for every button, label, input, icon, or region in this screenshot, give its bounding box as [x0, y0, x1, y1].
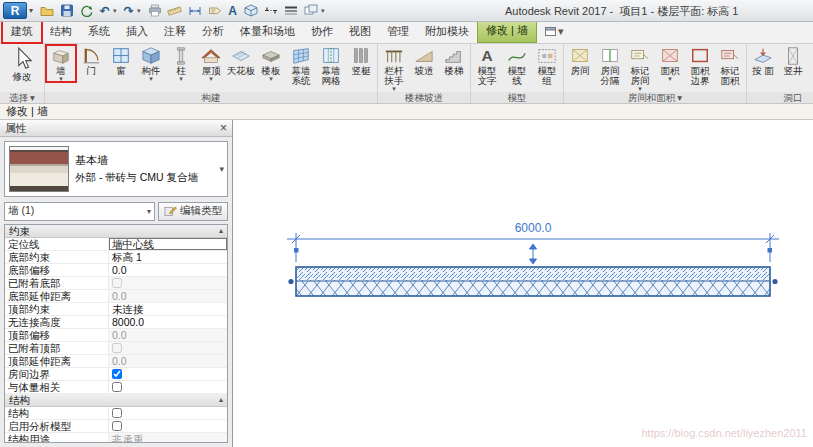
temp-dimension-value[interactable]: 6000.0 [515, 221, 552, 235]
selected-wall-element[interactable] [296, 267, 770, 296]
prop-group-structural[interactable]: 结构 ▴ [5, 394, 227, 407]
prop-row-top-extension[interactable]: 顶部延伸距离 0.0 [5, 355, 227, 368]
tag-area-tool[interactable]: 标记 面积 [715, 45, 745, 86]
tab-addins[interactable]: 附加模块 [417, 21, 477, 43]
witness-line-grip-left[interactable] [294, 248, 299, 253]
tab-massing-site[interactable]: 体量和场地 [232, 21, 303, 43]
witness-line-grip-right[interactable] [768, 248, 773, 253]
thin-lines-icon[interactable] [281, 2, 300, 19]
curtain-grid-tool[interactable]: 幕墙 网格 [316, 45, 346, 86]
wall-tool[interactable]: 墙 ▾ [46, 45, 76, 82]
panel-room-area-label[interactable]: 房间和面积 ▾ [564, 92, 746, 103]
sync-icon[interactable] [77, 2, 96, 19]
prop-row-base-attached[interactable]: 已附着底部 [5, 277, 227, 290]
room-tool[interactable]: 房间 [565, 45, 595, 76]
tab-structure[interactable]: 结构 [42, 21, 80, 43]
switch-windows-icon[interactable] [301, 2, 320, 19]
open-icon[interactable] [37, 2, 56, 19]
tab-annotate[interactable]: 注释 [156, 21, 194, 43]
prop-value[interactable]: 墙中心线 [109, 238, 227, 250]
model-line-tool[interactable]: 模型 线 [502, 45, 532, 86]
redo-icon[interactable]: ↷ [121, 2, 136, 19]
opening-by-face-tool[interactable]: 按 面 [748, 45, 778, 76]
curtain-system-tool[interactable]: 幕墙 系统 [286, 45, 316, 86]
area-boundary-tool[interactable]: 面积 边界 [685, 45, 715, 86]
ceiling-tool[interactable]: 天花板 [226, 45, 256, 76]
wall-opening-tool[interactable]: 墙 [808, 45, 813, 76]
prop-row-top-constraint[interactable]: 顶部约束 未连接 [5, 303, 227, 316]
undo-dropdown-icon[interactable]: ▾ [113, 7, 120, 15]
collapse-icon[interactable]: ▴ [219, 225, 223, 237]
tab-modify-wall[interactable]: 修改 | 墙 [477, 19, 537, 43]
panel-model-label[interactable]: 模型 [471, 92, 563, 103]
prop-value[interactable]: 标高 1 [109, 251, 227, 263]
properties-header[interactable]: 属性 × [0, 120, 232, 137]
panel-circulation-label[interactable]: 楼梯坡道 [378, 92, 470, 103]
prop-row-structural[interactable]: 结构 [5, 407, 227, 420]
wall-end-handle-left[interactable] [288, 279, 293, 284]
tab-insert[interactable]: 插入 [118, 21, 156, 43]
tab-analyze[interactable]: 分析 [194, 21, 232, 43]
tab-architecture[interactable]: 建筑 [2, 20, 42, 43]
prop-row-top-attached[interactable]: 已附着顶部 [5, 342, 227, 355]
app-menu-dropdown-icon[interactable]: ▾ [29, 6, 33, 15]
prop-value[interactable]: 8000.0 [109, 316, 227, 328]
ramp-tool[interactable]: 坡道 [409, 45, 439, 76]
tab-systems[interactable]: 系统 [80, 21, 118, 43]
tab-view[interactable]: 视图 [341, 21, 379, 43]
mullion-tool[interactable]: 竖梃 [346, 45, 376, 76]
room-separator-tool[interactable]: 房间 分隔 [595, 45, 625, 86]
panel-build-label[interactable]: 构建 [45, 92, 377, 103]
tag-by-category-icon[interactable] [205, 2, 224, 19]
shaft-tool[interactable]: 竖井 [778, 45, 808, 76]
enable-analytical-checkbox[interactable] [112, 421, 122, 431]
model-group-tool[interactable]: 模型 组 [532, 45, 562, 86]
tab-collaborate[interactable]: 协作 [303, 21, 341, 43]
panel-select-label[interactable]: 选择 ▾ [0, 92, 44, 103]
prop-value[interactable]: 0.0 [109, 264, 227, 276]
section-icon[interactable] [261, 2, 280, 19]
redo-dropdown-icon[interactable]: ▾ [137, 7, 144, 15]
prop-value[interactable]: 未连接 [109, 303, 227, 315]
edit-type-button[interactable]: 编辑类型 [158, 202, 228, 221]
text-tool-icon[interactable]: A [225, 2, 240, 19]
revit-logo[interactable]: R [3, 2, 27, 19]
measure-icon[interactable] [165, 2, 184, 19]
panel-opening-label[interactable]: 洞口 [747, 92, 813, 103]
tag-room-tool[interactable]: 标记 房间 ▾ [625, 45, 655, 92]
close-icon[interactable]: × [220, 122, 227, 134]
prop-group-constraints[interactable]: 约束 ▴ [5, 225, 227, 238]
prop-row-structural-usage[interactable]: 结构用途 非承重 [5, 433, 227, 443]
chevron-down-icon[interactable]: ▾ [219, 164, 224, 174]
structural-checkbox[interactable] [112, 408, 122, 418]
element-filter-combo[interactable]: 墙 (1) ▾ [4, 202, 155, 221]
related-to-mass-checkbox[interactable] [112, 382, 122, 392]
prop-row-base-offset[interactable]: 底部偏移 0.0 [5, 264, 227, 277]
prop-row-enable-analytical[interactable]: 启用分析模型 [5, 420, 227, 433]
qat-customize-dropdown-icon[interactable]: ▾ [321, 7, 328, 15]
aligned-dimension-icon[interactable] [185, 2, 204, 19]
collapse-icon[interactable]: ▴ [219, 394, 223, 406]
tab-manage[interactable]: 管理 [379, 21, 417, 43]
column-tool[interactable]: 柱 ▾ [166, 45, 196, 82]
railing-tool[interactable]: 栏杆 扶手 ▾ [379, 45, 409, 92]
ribbon-display-toggle[interactable]: ▾ [545, 25, 564, 43]
wall-end-handle-right[interactable] [772, 279, 777, 284]
drawing-canvas[interactable]: 6000.0 https://blog.csdn.net/liyezhen201… [233, 120, 813, 447]
prop-row-base-extension[interactable]: 底部延伸距离 0.0 [5, 290, 227, 303]
area-tool[interactable]: 面积 ▾ [655, 45, 685, 82]
undo-icon[interactable]: ↶ [97, 2, 112, 19]
default-3d-view-icon[interactable] [241, 2, 260, 19]
print-icon[interactable] [145, 2, 164, 19]
prop-row-base-constraint[interactable]: 底部约束 标高 1 [5, 251, 227, 264]
save-icon[interactable] [57, 2, 76, 19]
type-selector[interactable]: 基本墙 外部 - 带砖与 CMU 复合墙 ▾ [4, 141, 228, 197]
roof-tool[interactable]: 屋顶 ▾ [196, 45, 226, 82]
flip-wall-orientation-control[interactable] [530, 244, 537, 264]
door-tool[interactable]: 门 [76, 45, 106, 76]
window-tool[interactable]: 窗 [106, 45, 136, 76]
component-tool[interactable]: 构件 ▾ [136, 45, 166, 82]
room-bounding-checkbox[interactable] [112, 369, 122, 379]
prop-row-top-offset[interactable]: 顶部偏移 0.0 [5, 329, 227, 342]
model-text-tool[interactable]: A 模型 文字 [472, 45, 502, 86]
